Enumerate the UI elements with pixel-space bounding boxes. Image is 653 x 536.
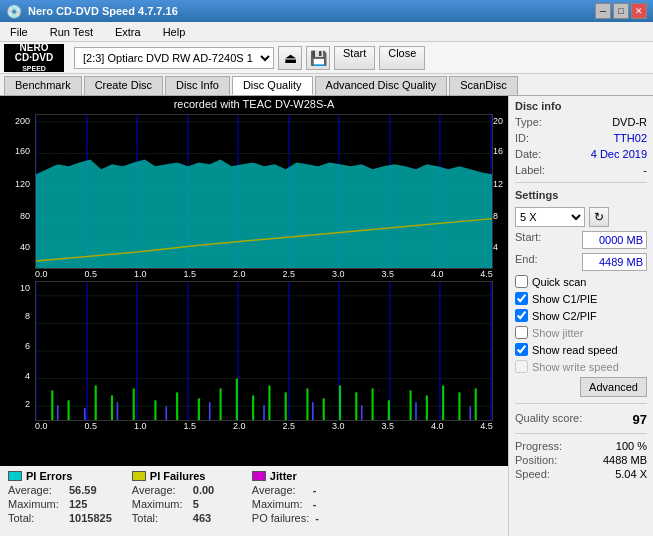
show-jitter-checkbox[interactable] [515, 326, 528, 339]
start-button[interactable]: Start [334, 46, 375, 70]
pi-errors-label: PI Errors [26, 470, 72, 482]
progress-row: Progress: 100 % [515, 440, 647, 452]
tab-disc-quality[interactable]: Disc Quality [232, 76, 313, 95]
legend-jitter-header: Jitter [252, 470, 352, 482]
x-label-t-35: 3.5 [381, 269, 394, 283]
show-jitter-label: Show jitter [532, 327, 583, 339]
show-c2-pif-row: Show C2/PIF [515, 309, 647, 322]
tab-benchmark[interactable]: Benchmark [4, 76, 82, 95]
maximize-button[interactable]: □ [613, 3, 629, 19]
quick-scan-checkbox[interactable] [515, 275, 528, 288]
pi-errors-max-label: Maximum: [8, 498, 63, 510]
disc-type-row: Type: DVD-R [515, 116, 647, 128]
disc-label-value: - [643, 164, 647, 176]
eject-button[interactable]: ⏏ [278, 46, 302, 70]
show-c1-pie-row: Show C1/PIE [515, 292, 647, 305]
show-c2-pif-checkbox[interactable] [515, 309, 528, 322]
legend-jitter: Jitter Average: - Maximum: - PO failures… [252, 470, 352, 532]
pi-errors-total-row: Total: 1015825 [8, 512, 112, 524]
disc-id-value: TTH02 [613, 132, 647, 144]
speed-settings-row: 5 X 1 X 2 X 4 X 8 X Max ↻ [515, 207, 647, 227]
show-write-speed-label: Show write speed [532, 361, 619, 373]
save-button[interactable]: 💾 [306, 46, 330, 70]
quality-score-label: Quality score: [515, 412, 582, 427]
pi-failures-label: PI Failures [150, 470, 206, 482]
speed-select[interactable]: 5 X 1 X 2 X 4 X 8 X Max [515, 207, 585, 227]
show-read-speed-checkbox[interactable] [515, 343, 528, 356]
progress-label: Progress: [515, 440, 562, 452]
tab-disc-info[interactable]: Disc Info [165, 76, 230, 95]
y-label-80: 80 [0, 211, 30, 221]
progress-value: 100 % [616, 440, 647, 452]
speed-value: 5.04 X [615, 468, 647, 480]
jitter-avg-row: Average: - [252, 484, 352, 496]
x-label-b-40: 4.0 [431, 421, 444, 435]
show-c1-pie-checkbox[interactable] [515, 292, 528, 305]
app-icon: 💿 [6, 4, 22, 19]
x-label-t-40: 4.0 [431, 269, 444, 283]
show-c2-pif-label: Show C2/PIF [532, 310, 597, 322]
close-button[interactable]: ✕ [631, 3, 647, 19]
menu-run-test[interactable]: Run Test [44, 24, 99, 40]
menu-bar: File Run Test Extra Help [0, 22, 653, 42]
minimize-button[interactable]: ─ [595, 3, 611, 19]
refresh-button[interactable]: ↻ [589, 207, 609, 227]
disc-label-label: Label: [515, 164, 545, 176]
show-write-speed-checkbox[interactable] [515, 360, 528, 373]
legend-pi-errors: PI Errors Average: 56.59 Maximum: 125 To… [8, 470, 112, 532]
chart-area: recorded with TEAC DV-W28S-A 200 160 120… [0, 96, 508, 536]
right-panel: Disc info Type: DVD-R ID: TTH02 Date: 4 … [508, 96, 653, 536]
tab-create-disc[interactable]: Create Disc [84, 76, 163, 95]
title-bar-left: 💿 Nero CD-DVD Speed 4.7.7.16 [6, 4, 178, 19]
x-label-b-25: 2.5 [282, 421, 295, 435]
disc-label-row: Label: - [515, 164, 647, 176]
tab-scan-disc[interactable]: ScanDisc [449, 76, 517, 95]
x-label-b-20: 2.0 [233, 421, 246, 435]
progress-rows: Progress: 100 % Position: 4488 MB Speed:… [515, 440, 647, 480]
x-label-t-15: 1.5 [183, 269, 196, 283]
tab-advanced-disc-quality[interactable]: Advanced Disc Quality [315, 76, 448, 95]
y-label-r-20: 20 [493, 116, 507, 126]
disc-date-label: Date: [515, 148, 541, 160]
position-value: 4488 MB [603, 454, 647, 466]
x-label-b-15: 1.5 [183, 421, 196, 435]
menu-extra[interactable]: Extra [109, 24, 147, 40]
pi-errors-color-box [8, 471, 22, 481]
disc-type-label: Type: [515, 116, 542, 128]
pi-errors-total-value: 1015825 [69, 512, 112, 524]
disc-info-title: Disc info [515, 100, 647, 112]
po-failures-row: PO failures: - [252, 512, 352, 524]
pi-failures-total-label: Total: [132, 512, 187, 524]
start-mb-input[interactable] [582, 231, 647, 249]
y-label-120: 120 [0, 179, 30, 189]
quality-score-row: Quality score: 97 [515, 412, 647, 427]
x-label-b-05: 0.5 [84, 421, 97, 435]
speed-label: Speed: [515, 468, 550, 480]
legend-pi-errors-header: PI Errors [8, 470, 112, 482]
drive-select[interactable]: [2:3] Optiarc DVD RW AD-7240S 1.04 [74, 47, 274, 69]
bottom-chart [35, 281, 493, 421]
advanced-button[interactable]: Advanced [580, 377, 647, 397]
end-mb-label: End: [515, 253, 538, 271]
y-axis-top-left: 200 160 120 80 40 [0, 114, 35, 269]
position-label: Position: [515, 454, 557, 466]
y-label-b-4: 4 [0, 371, 30, 381]
quality-score-value: 97 [633, 412, 647, 427]
divider-3 [515, 433, 647, 434]
legend-area: PI Errors Average: 56.59 Maximum: 125 To… [0, 466, 508, 536]
end-mb-input[interactable] [582, 253, 647, 271]
x-axis-top: 0.0 0.5 1.0 1.5 2.0 2.5 3.0 3.5 4.0 4.5 [35, 269, 493, 283]
y-label-b-10: 10 [0, 283, 30, 293]
y-label-b-2: 2 [0, 399, 30, 409]
end-mb-row: End: [515, 253, 647, 271]
y-label-b-8: 8 [0, 311, 30, 321]
disc-date-value: 4 Dec 2019 [591, 148, 647, 160]
top-chart [35, 114, 493, 269]
close-toolbar-button[interactable]: Close [379, 46, 425, 70]
show-c1-pie-label: Show C1/PIE [532, 293, 597, 305]
menu-help[interactable]: Help [157, 24, 192, 40]
y-label-r-12: 12 [493, 179, 507, 189]
pi-failures-total-row: Total: 463 [132, 512, 232, 524]
menu-file[interactable]: File [4, 24, 34, 40]
y-label-b-6: 6 [0, 341, 30, 351]
